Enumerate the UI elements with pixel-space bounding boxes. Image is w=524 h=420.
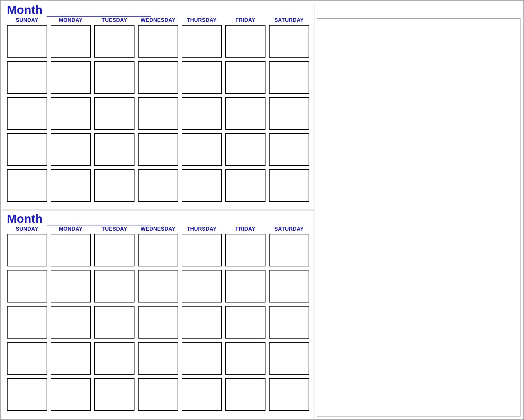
calendar-cell[interactable] bbox=[182, 342, 222, 375]
calendar-cell[interactable] bbox=[182, 270, 222, 302]
calendar-cell[interactable] bbox=[94, 25, 134, 58]
calendar-cell[interactable] bbox=[94, 270, 134, 302]
day-header: SATURDAY bbox=[269, 226, 309, 232]
calendar-grid-1 bbox=[7, 25, 309, 202]
day-header: WEDNESDAY bbox=[138, 226, 178, 232]
calendar-cell[interactable] bbox=[182, 169, 222, 202]
calendar-cell[interactable] bbox=[51, 342, 91, 375]
calendar-cell[interactable] bbox=[182, 234, 222, 266]
calendar-cell[interactable] bbox=[269, 25, 309, 58]
calendar-cell[interactable] bbox=[94, 133, 134, 166]
calendar-cell[interactable] bbox=[138, 234, 178, 266]
calendar-cell[interactable] bbox=[138, 270, 178, 302]
calendar-cell[interactable] bbox=[225, 306, 265, 339]
calendar-cell[interactable] bbox=[269, 133, 309, 166]
month-name-input-2[interactable] bbox=[47, 217, 151, 225]
calendar-cell[interactable] bbox=[51, 169, 91, 202]
calendar-cell[interactable] bbox=[7, 234, 47, 266]
calendar-cell[interactable] bbox=[7, 169, 47, 202]
calendar-cell[interactable] bbox=[269, 61, 309, 94]
calendar-grid-2 bbox=[7, 234, 309, 411]
calendar-cell[interactable] bbox=[269, 97, 309, 130]
calendar-cell[interactable] bbox=[94, 169, 134, 202]
calendar-cell[interactable] bbox=[225, 234, 265, 266]
calendar-cell[interactable] bbox=[7, 342, 47, 375]
calendar-cell[interactable] bbox=[225, 342, 265, 375]
calendar-cell[interactable] bbox=[7, 133, 47, 166]
calendar-cell[interactable] bbox=[225, 97, 265, 130]
day-header: THURSDAY bbox=[182, 226, 222, 232]
calendar-cell[interactable] bbox=[94, 342, 134, 375]
calendar-cell[interactable] bbox=[51, 234, 91, 266]
calendar-cell[interactable] bbox=[94, 306, 134, 339]
calendar-cell[interactable] bbox=[138, 378, 178, 411]
calendar-cell[interactable] bbox=[94, 234, 134, 266]
calendar-cell[interactable] bbox=[51, 97, 91, 130]
calendar-cell[interactable] bbox=[51, 306, 91, 339]
calendar-cell[interactable] bbox=[182, 306, 222, 339]
calendar-cell[interactable] bbox=[138, 306, 178, 339]
calendar-cell[interactable] bbox=[182, 97, 222, 130]
calendar-cell[interactable] bbox=[7, 378, 47, 411]
calendar-cell[interactable] bbox=[138, 97, 178, 130]
calendar-cell[interactable] bbox=[182, 133, 222, 166]
calendar-cell[interactable] bbox=[269, 342, 309, 375]
calendar-cell[interactable] bbox=[269, 378, 309, 411]
calendar-cell[interactable] bbox=[7, 270, 47, 302]
calendar-cell[interactable] bbox=[138, 342, 178, 375]
calendar-cell[interactable] bbox=[225, 133, 265, 166]
day-header: FRIDAY bbox=[225, 17, 265, 23]
calendar-cell[interactable] bbox=[51, 133, 91, 166]
calendar-cell[interactable] bbox=[94, 61, 134, 94]
day-header: THURSDAY bbox=[182, 17, 222, 23]
calendar-cell[interactable] bbox=[225, 378, 265, 411]
calendar-cell[interactable] bbox=[269, 306, 309, 339]
planner-page: Month SUNDAY MONDAY TUESDAY WEDNESDAY TH… bbox=[0, 0, 524, 420]
day-header: FRIDAY bbox=[225, 226, 265, 232]
day-header: MONDAY bbox=[51, 17, 91, 23]
calendar-cell[interactable] bbox=[51, 270, 91, 302]
calendar-cell[interactable] bbox=[138, 133, 178, 166]
month-block-2: Month SUNDAY MONDAY TUESDAY WEDNESDAY TH… bbox=[2, 211, 314, 418]
calendar-cell[interactable] bbox=[225, 25, 265, 58]
month-block-1: Month SUNDAY MONDAY TUESDAY WEDNESDAY TH… bbox=[2, 2, 314, 209]
day-header: WEDNESDAY bbox=[138, 17, 178, 23]
month-name-input-1[interactable] bbox=[47, 8, 151, 17]
month-label-2: Month bbox=[7, 212, 43, 225]
calendar-cell[interactable] bbox=[94, 378, 134, 411]
calendar-cell[interactable] bbox=[138, 169, 178, 202]
calendar-cell[interactable] bbox=[7, 61, 47, 94]
calendar-cell[interactable] bbox=[51, 378, 91, 411]
calendar-cell[interactable] bbox=[51, 25, 91, 58]
day-header: SUNDAY bbox=[7, 226, 47, 232]
month-label-1: Month bbox=[7, 3, 43, 17]
day-headers-1: SUNDAY MONDAY TUESDAY WEDNESDAY THURSDAY… bbox=[7, 17, 309, 23]
calendar-cell[interactable] bbox=[7, 97, 47, 130]
day-header: TUESDAY bbox=[94, 226, 134, 232]
calendar-cell[interactable] bbox=[225, 61, 265, 94]
calendar-cell[interactable] bbox=[138, 25, 178, 58]
day-header: MONDAY bbox=[51, 226, 91, 232]
day-headers-2: SUNDAY MONDAY TUESDAY WEDNESDAY THURSDAY… bbox=[7, 226, 309, 232]
calendar-cell[interactable] bbox=[51, 61, 91, 94]
calendar-cell[interactable] bbox=[269, 169, 309, 202]
day-header: SATURDAY bbox=[269, 17, 309, 23]
calendar-cell[interactable] bbox=[94, 97, 134, 130]
day-header: SUNDAY bbox=[7, 17, 47, 23]
month-header-2: Month bbox=[7, 212, 311, 225]
notes-panel[interactable] bbox=[317, 18, 521, 417]
calendar-cell[interactable] bbox=[182, 61, 222, 94]
calendar-cell[interactable] bbox=[225, 270, 265, 302]
calendar-cell[interactable] bbox=[225, 169, 265, 202]
calendar-column: Month SUNDAY MONDAY TUESDAY WEDNESDAY TH… bbox=[2, 2, 314, 418]
day-header: TUESDAY bbox=[94, 17, 134, 23]
calendar-cell[interactable] bbox=[138, 61, 178, 94]
calendar-cell[interactable] bbox=[269, 270, 309, 302]
calendar-cell[interactable] bbox=[269, 234, 309, 266]
calendar-cell[interactable] bbox=[7, 306, 47, 339]
month-header-1: Month bbox=[7, 3, 311, 17]
calendar-cell[interactable] bbox=[182, 25, 222, 58]
calendar-cell[interactable] bbox=[182, 378, 222, 411]
calendar-cell[interactable] bbox=[7, 25, 47, 58]
